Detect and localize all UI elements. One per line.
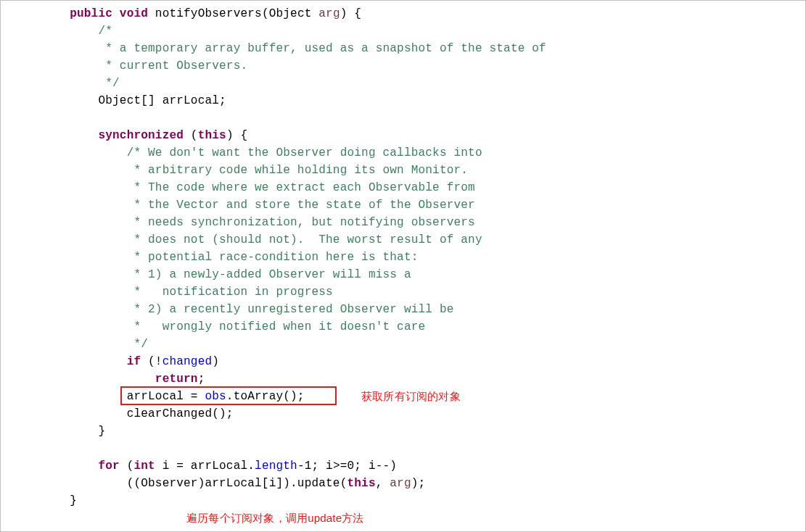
- code-line-if: if (!changed): [41, 353, 805, 370]
- code-line-comment: * does not (should not). The worst resul…: [41, 231, 805, 249]
- keyword-int: int: [133, 460, 155, 473]
- field-obs: obs: [205, 390, 226, 403]
- code-line-comment: /*: [41, 22, 805, 40]
- keyword-void: void: [120, 7, 148, 20]
- code-line-decl: Object[] arrLocal;: [41, 92, 805, 109]
- field-length: length: [255, 460, 297, 473]
- keyword-return: return: [155, 373, 198, 386]
- code-line-comment: * the Vector and store the state of the …: [41, 196, 805, 214]
- keyword-this: this: [198, 129, 226, 142]
- param-arg: arg: [390, 477, 411, 490]
- code-line-comment: * arbitrary code while holding its own M…: [41, 162, 805, 179]
- code-line-blank: [41, 440, 805, 457]
- keyword-if: if: [127, 355, 141, 368]
- code-line-close-outer: }: [41, 492, 805, 510]
- code-line-return: return;: [41, 370, 805, 388]
- keyword-synchronized: synchronized: [98, 129, 184, 142]
- field-changed: changed: [163, 355, 213, 368]
- code-line-comment: * needs synchronization, but notifying o…: [41, 214, 805, 231]
- keyword-this: this: [347, 477, 375, 490]
- code-line-comment: * wrongly notified when it doesn't care: [41, 318, 805, 336]
- code-line-comment: */: [41, 75, 805, 92]
- code-line-close-inner: }: [41, 423, 805, 440]
- code-line-comment: * 1) a newly-added Observer will miss a: [41, 266, 805, 283]
- keyword-for: for: [98, 460, 119, 473]
- annotation-iterate-update: 遍历每个订阅对象，调用update方法: [186, 510, 364, 527]
- code-line-comment: * potential race-condition here is that:: [41, 249, 805, 266]
- code-line-comment: /* We don't want the Observer doing call…: [41, 144, 805, 162]
- annotation-get-subscribers: 获取所有订阅的对象: [361, 388, 461, 405]
- code-line-comment: */: [41, 336, 805, 353]
- code-line-comment: * notification in progress: [41, 283, 805, 301]
- code-line-comment: * 2) a recently unregistered Observer wi…: [41, 301, 805, 318]
- code-line-clearchanged: clearChanged();: [41, 405, 805, 423]
- param-arg: arg: [318, 7, 340, 20]
- code-line-comment: * The code where we extract each Observa…: [41, 179, 805, 196]
- keyword-public: public: [70, 7, 112, 20]
- code-line-sync: synchronized (this) {: [41, 127, 805, 144]
- code-line-blank: [41, 109, 805, 127]
- code-line-signature: public void notifyObservers(Object arg) …: [41, 5, 805, 22]
- code-line-comment: * current Observers.: [41, 57, 805, 75]
- code-line-comment: * a temporary array buffer, used as a sn…: [41, 40, 805, 57]
- code-line-update: ((Observer)arrLocal[i]).update(this, arg…: [41, 475, 805, 492]
- code-line-for: for (int i = arrLocal.length-1; i>=0; i-…: [41, 457, 805, 475]
